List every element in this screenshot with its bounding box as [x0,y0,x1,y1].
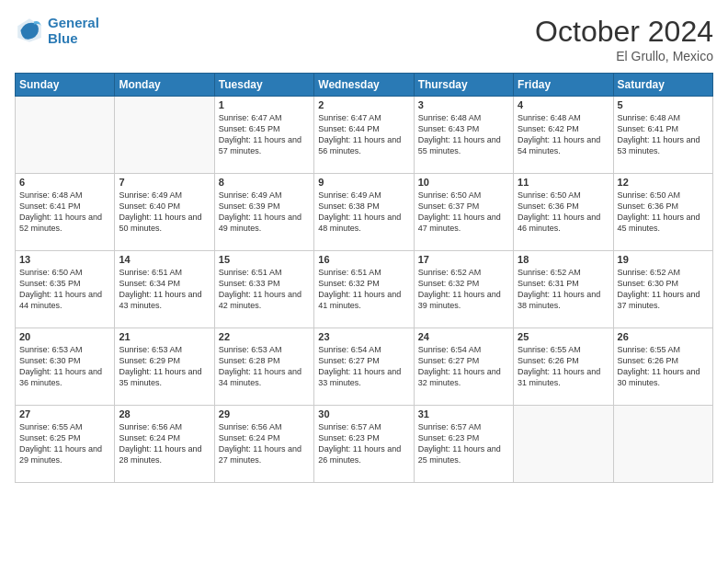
calendar-day-cell [115,97,214,174]
month-title: October 2024 [535,15,713,49]
day-number: 6 [19,177,110,188]
day-info: Sunrise: 6:57 AM Sunset: 6:23 PM Dayligh… [318,421,409,466]
day-number: 18 [518,254,609,265]
calendar-day-cell: 15Sunrise: 6:51 AM Sunset: 6:33 PM Dayli… [214,251,313,328]
day-number: 28 [119,408,210,419]
calendar-day-cell: 12Sunrise: 6:50 AM Sunset: 6:36 PM Dayli… [613,174,712,251]
logo-text: General Blue [48,15,99,46]
calendar-day-cell [514,406,613,483]
day-number: 4 [518,99,609,110]
calendar-day-cell: 11Sunrise: 6:50 AM Sunset: 6:36 PM Dayli… [514,174,613,251]
day-info: Sunrise: 6:52 AM Sunset: 6:30 PM Dayligh… [618,267,709,312]
day-number: 29 [219,408,310,419]
calendar-day-cell: 25Sunrise: 6:55 AM Sunset: 6:26 PM Dayli… [514,328,613,406]
calendar-day-cell: 26Sunrise: 6:55 AM Sunset: 6:26 PM Dayli… [613,328,712,406]
calendar-day-cell: 1Sunrise: 6:47 AM Sunset: 6:45 PM Daylig… [214,97,313,174]
day-info: Sunrise: 6:57 AM Sunset: 6:23 PM Dayligh… [418,421,509,466]
day-info: Sunrise: 6:51 AM Sunset: 6:32 PM Dayligh… [318,267,409,312]
day-info: Sunrise: 6:56 AM Sunset: 6:24 PM Dayligh… [119,421,210,466]
day-info: Sunrise: 6:48 AM Sunset: 6:41 PM Dayligh… [19,190,110,235]
day-number: 8 [219,177,310,188]
day-info: Sunrise: 6:47 AM Sunset: 6:44 PM Dayligh… [318,112,409,157]
calendar-day-cell: 14Sunrise: 6:51 AM Sunset: 6:34 PM Dayli… [115,251,214,328]
calendar-week-row: 20Sunrise: 6:53 AM Sunset: 6:30 PM Dayli… [16,328,713,406]
weekday-header: Friday [514,74,613,97]
calendar-day-cell: 19Sunrise: 6:52 AM Sunset: 6:30 PM Dayli… [613,251,712,328]
calendar-day-cell: 18Sunrise: 6:52 AM Sunset: 6:31 PM Dayli… [514,251,613,328]
day-number: 12 [618,177,709,188]
day-info: Sunrise: 6:50 AM Sunset: 6:36 PM Dayligh… [518,190,609,235]
weekday-header: Sunday [16,74,115,97]
day-number: 1 [219,99,310,110]
calendar-day-cell: 20Sunrise: 6:53 AM Sunset: 6:30 PM Dayli… [16,328,115,406]
header: General Blue October 2024 El Grullo, Mex… [15,15,713,63]
calendar-day-cell [16,97,115,174]
day-info: Sunrise: 6:51 AM Sunset: 6:34 PM Dayligh… [119,267,210,312]
day-number: 20 [19,331,110,342]
day-info: Sunrise: 6:54 AM Sunset: 6:27 PM Dayligh… [418,344,509,389]
day-number: 16 [318,254,409,265]
day-number: 5 [618,99,709,110]
day-info: Sunrise: 6:53 AM Sunset: 6:29 PM Dayligh… [119,344,210,389]
calendar-day-cell [613,406,712,483]
calendar-day-cell: 16Sunrise: 6:51 AM Sunset: 6:32 PM Dayli… [314,251,414,328]
day-info: Sunrise: 6:55 AM Sunset: 6:26 PM Dayligh… [618,344,709,389]
calendar-day-cell: 17Sunrise: 6:52 AM Sunset: 6:32 PM Dayli… [414,251,513,328]
day-info: Sunrise: 6:49 AM Sunset: 6:38 PM Dayligh… [318,190,409,235]
day-info: Sunrise: 6:51 AM Sunset: 6:33 PM Dayligh… [219,267,310,312]
day-info: Sunrise: 6:52 AM Sunset: 6:31 PM Dayligh… [518,267,609,312]
day-info: Sunrise: 6:56 AM Sunset: 6:24 PM Dayligh… [219,421,310,466]
weekday-header: Thursday [414,74,513,97]
weekday-header: Wednesday [314,74,414,97]
day-info: Sunrise: 6:50 AM Sunset: 6:35 PM Dayligh… [19,267,110,312]
calendar-week-row: 6Sunrise: 6:48 AM Sunset: 6:41 PM Daylig… [16,174,713,251]
day-info: Sunrise: 6:53 AM Sunset: 6:28 PM Dayligh… [219,344,310,389]
day-info: Sunrise: 6:55 AM Sunset: 6:25 PM Dayligh… [19,421,110,466]
day-number: 14 [119,254,210,265]
calendar-day-cell: 5Sunrise: 6:48 AM Sunset: 6:41 PM Daylig… [613,97,712,174]
day-info: Sunrise: 6:48 AM Sunset: 6:42 PM Dayligh… [518,112,609,157]
day-info: Sunrise: 6:53 AM Sunset: 6:30 PM Dayligh… [19,344,110,389]
calendar-day-cell: 10Sunrise: 6:50 AM Sunset: 6:37 PM Dayli… [414,174,513,251]
day-info: Sunrise: 6:55 AM Sunset: 6:26 PM Dayligh… [518,344,609,389]
calendar-week-row: 27Sunrise: 6:55 AM Sunset: 6:25 PM Dayli… [16,406,713,483]
weekday-header: Saturday [613,74,712,97]
day-number: 31 [418,408,509,419]
calendar-week-row: 1Sunrise: 6:47 AM Sunset: 6:45 PM Daylig… [16,97,713,174]
day-info: Sunrise: 6:48 AM Sunset: 6:41 PM Dayligh… [618,112,709,157]
weekday-header: Monday [115,74,214,97]
day-number: 30 [318,408,409,419]
calendar-day-cell: 8Sunrise: 6:49 AM Sunset: 6:39 PM Daylig… [214,174,313,251]
calendar-day-cell: 28Sunrise: 6:56 AM Sunset: 6:24 PM Dayli… [115,406,214,483]
calendar-day-cell: 24Sunrise: 6:54 AM Sunset: 6:27 PM Dayli… [414,328,513,406]
calendar-day-cell: 6Sunrise: 6:48 AM Sunset: 6:41 PM Daylig… [16,174,115,251]
day-number: 2 [318,99,409,110]
day-number: 3 [418,99,509,110]
calendar-day-cell: 29Sunrise: 6:56 AM Sunset: 6:24 PM Dayli… [214,406,313,483]
day-info: Sunrise: 6:49 AM Sunset: 6:40 PM Dayligh… [119,190,210,235]
day-number: 24 [418,331,509,342]
calendar-body: 1Sunrise: 6:47 AM Sunset: 6:45 PM Daylig… [16,97,713,483]
day-info: Sunrise: 6:52 AM Sunset: 6:32 PM Dayligh… [418,267,509,312]
day-info: Sunrise: 6:49 AM Sunset: 6:39 PM Dayligh… [219,190,310,235]
day-number: 19 [618,254,709,265]
calendar-day-cell: 30Sunrise: 6:57 AM Sunset: 6:23 PM Dayli… [314,406,414,483]
calendar-day-cell: 7Sunrise: 6:49 AM Sunset: 6:40 PM Daylig… [115,174,214,251]
day-number: 13 [19,254,110,265]
calendar-week-row: 13Sunrise: 6:50 AM Sunset: 6:35 PM Dayli… [16,251,713,328]
logo-icon [15,16,44,45]
day-number: 22 [219,331,310,342]
calendar-day-cell: 2Sunrise: 6:47 AM Sunset: 6:44 PM Daylig… [314,97,414,174]
calendar-table: SundayMondayTuesdayWednesdayThursdayFrid… [15,73,713,483]
title-block: October 2024 El Grullo, Mexico [535,15,713,63]
day-info: Sunrise: 6:48 AM Sunset: 6:43 PM Dayligh… [418,112,509,157]
day-number: 15 [219,254,310,265]
weekday-header-row: SundayMondayTuesdayWednesdayThursdayFrid… [16,74,713,97]
calendar-day-cell: 13Sunrise: 6:50 AM Sunset: 6:35 PM Dayli… [16,251,115,328]
day-number: 9 [318,177,409,188]
day-number: 23 [318,331,409,342]
day-number: 11 [518,177,609,188]
logo: General Blue [15,15,99,46]
weekday-header: Tuesday [214,74,313,97]
calendar-day-cell: 23Sunrise: 6:54 AM Sunset: 6:27 PM Dayli… [314,328,414,406]
